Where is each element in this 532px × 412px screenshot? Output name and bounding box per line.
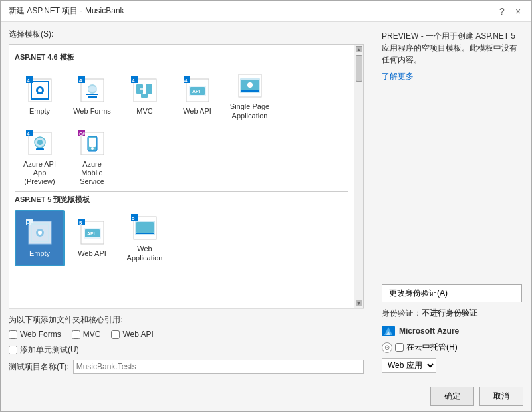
template-grid-46-row1: 4 Empty (15, 68, 348, 124)
ok-button[interactable]: 确定 (430, 387, 474, 406)
azure-host-row: ⊙ 在云中托管(H) (382, 342, 522, 353)
right-panel: PREVIEW - 一个用于创建 ASP.NET 5 应用程序的空项目模板。此模… (372, 22, 531, 381)
webforms-label: Web Forms (73, 107, 111, 116)
template-scrollbar[interactable]: ▲ ▼ (354, 45, 363, 308)
webapi5-icon: 5 API (78, 219, 106, 247)
svg-text:API: API (192, 89, 200, 94)
auth-label: 身份验证： (382, 308, 422, 318)
webapi-checkbox-label[interactable]: Web API (111, 330, 153, 339)
azure-host-checkbox[interactable] (395, 343, 404, 352)
svg-text:4: 4 (27, 131, 30, 137)
collapse-expand-icon[interactable]: ⊙ (382, 342, 392, 353)
webapi-checkbox-text: Web API (122, 330, 153, 339)
webforms-icon: 4 (78, 76, 106, 104)
change-auth-button[interactable]: 更改身份验证(A) (382, 284, 522, 302)
template-empty46[interactable]: 4 Empty (15, 68, 65, 124)
svg-rect-42 (89, 138, 96, 147)
template-webapi5[interactable]: 5 API Web API (67, 210, 117, 266)
checkbox-row: Web Forms MVC Web API (9, 330, 364, 339)
unit-test-row: 添加单元测试(U) (9, 344, 364, 356)
template-scroll-container: ASP.NET 4.6 模板 4 (9, 44, 364, 308)
mvc-checkbox-label[interactable]: MVC (72, 330, 101, 339)
azuremobile-label: Azure Mobile Service (71, 160, 113, 187)
asp46-group-label: ASP.NET 4.6 模板 (15, 52, 348, 64)
svg-point-43 (91, 147, 94, 150)
left-panel: 选择模板(S): ASP.NET 4.6 模板 4 (1, 22, 372, 381)
empty46-icon: 4 (26, 76, 54, 104)
title-controls: ? × (497, 6, 523, 17)
svg-rect-12 (88, 96, 97, 98)
webapi46-icon: 4 API (184, 76, 211, 104)
empty5-icon: 5 (26, 219, 54, 247)
close-button[interactable]: × (513, 6, 523, 17)
template-webapplication5[interactable]: 5 Web Application (120, 210, 170, 266)
svg-rect-60 (136, 222, 154, 233)
template-azureapi[interactable]: 4 Azure API App (Preview) (15, 130, 65, 186)
test-name-label: 测试项目名称(T): (9, 361, 69, 373)
template-azuremobile[interactable]: C# Azure Mobile Service (67, 130, 117, 186)
webapplication5-icon: 5 (131, 214, 159, 242)
template-spa[interactable]: Single Page Application (225, 68, 275, 124)
mvc-label: MVC (136, 107, 152, 116)
azureapi-icon: 4 (26, 130, 54, 157)
webforms-checkbox-label[interactable]: Web Forms (9, 330, 61, 339)
svg-rect-37 (36, 148, 44, 150)
svg-point-36 (37, 140, 43, 145)
unit-test-checkbox[interactable] (9, 346, 17, 354)
azure-label: Microsoft Azure (399, 326, 459, 336)
webapi46-label: Web API (183, 107, 211, 116)
azuremobile-icon: C# (78, 130, 106, 157)
cancel-button[interactable]: 取消 (479, 387, 523, 406)
learn-more-link[interactable]: 了解更多 (382, 71, 522, 82)
unit-test-label: 添加单元测试(U) (20, 344, 79, 356)
mvc-icon: 4 (131, 76, 159, 104)
svg-point-5 (38, 88, 42, 92)
template-webforms[interactable]: 4 Web Forms (67, 68, 117, 124)
unit-test-checkbox-label[interactable]: 添加单元测试(U) (9, 344, 79, 356)
mvc-checkbox-text: MVC (83, 330, 101, 339)
svg-text:4: 4 (79, 78, 82, 84)
empty46-label: Empty (29, 107, 50, 116)
svg-point-49 (38, 231, 42, 235)
new-project-dialog: 新建 ASP.NET 项目 - MusicBank ? × 选择模板(S): A… (0, 0, 532, 412)
svg-text:4: 4 (184, 78, 188, 84)
azure-section: Microsoft Azure (382, 326, 522, 336)
dialog-footer: 确定 取消 (1, 381, 531, 411)
test-name-input[interactable] (73, 360, 364, 374)
template-empty5[interactable]: 5 Empty (15, 210, 65, 266)
asp5-group-label: ASP.NET 5 预览版模板 (15, 195, 348, 206)
webforms-checkbox[interactable] (9, 330, 17, 339)
help-button[interactable]: ? (497, 6, 507, 17)
svg-text:5: 5 (132, 215, 135, 221)
test-name-row: 测试项目名称(T): (9, 360, 364, 374)
webapi5-label: Web API (78, 249, 106, 258)
bottom-section: 为以下项添加文件夹和核心引用: Web Forms MVC Web API (9, 308, 364, 374)
template-grid-5: 5 Empty (15, 210, 348, 266)
svg-text:5: 5 (27, 220, 30, 226)
auth-info: 身份验证：不进行身份验证 (382, 308, 522, 319)
azure-dropdown-row: Web 应用 (382, 358, 522, 373)
template-mvc[interactable]: 4 MVC (120, 68, 170, 124)
spa-icon (236, 72, 264, 100)
svg-text:4: 4 (27, 78, 30, 84)
azure-type-select[interactable]: Web 应用 (382, 358, 436, 373)
svg-text:4: 4 (132, 78, 135, 84)
azure-host-label: 在云中托管(H) (406, 342, 458, 353)
template-grid-46-row2: 4 Azure API App (Preview) (15, 130, 348, 186)
spa-label: Single Page Application (229, 102, 271, 120)
template-scroll-content: ASP.NET 4.6 模板 4 (9, 45, 354, 308)
mvc-checkbox[interactable] (72, 330, 80, 339)
webapi-checkbox[interactable] (111, 330, 120, 339)
template-webapi46[interactable]: 4 API Web API (172, 68, 222, 124)
webforms-checkbox-text: Web Forms (20, 330, 61, 339)
title-bar: 新建 ASP.NET 项目 - MusicBank ? × (1, 1, 531, 22)
svg-rect-30 (241, 90, 259, 92)
dialog-title: 新建 ASP.NET 项目 - MusicBank (9, 5, 124, 17)
svg-rect-17 (146, 84, 152, 94)
svg-text:C#: C# (79, 132, 85, 136)
auth-value: 不进行身份验证 (422, 308, 477, 318)
dialog-content: 选择模板(S): ASP.NET 4.6 模板 4 (1, 22, 531, 381)
azure-icon (382, 326, 395, 336)
svg-point-31 (247, 82, 253, 88)
section-divider (15, 191, 348, 192)
